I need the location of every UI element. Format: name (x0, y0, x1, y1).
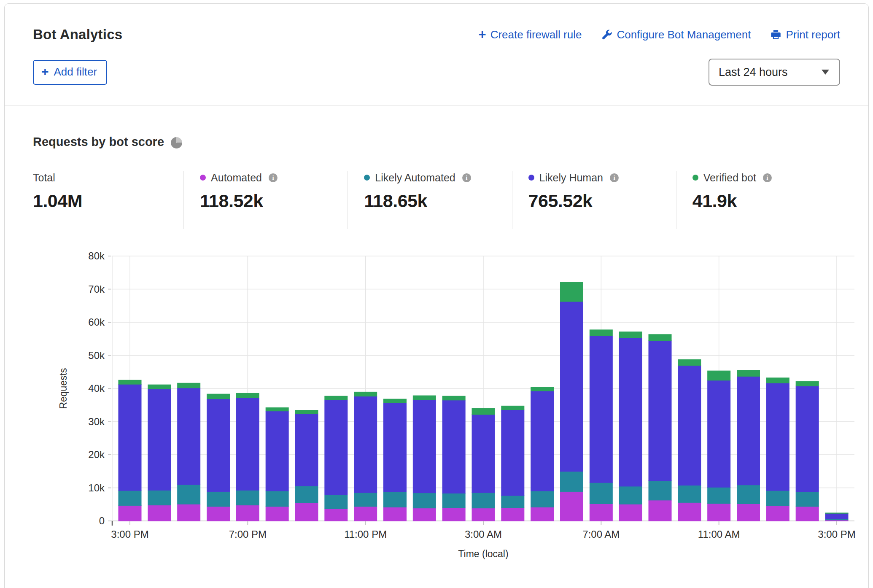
stat-likely-automated-label: Likely Automated (375, 172, 455, 184)
bot-analytics-card: Bot Analytics + Create firewall rule Con… (4, 3, 869, 588)
stat-likely-human-label: Likely Human (539, 172, 603, 184)
stat-likely-automated-value: 118.65k (364, 191, 512, 211)
print-report-link[interactable]: Print report (770, 28, 840, 41)
stats-row: Total 1.04M Automated i 118.52k Likely A… (33, 171, 840, 229)
svg-text:Requests: Requests (58, 368, 69, 409)
wrench-icon (601, 29, 612, 40)
create-firewall-rule-link[interactable]: + Create firewall rule (479, 28, 582, 41)
likely-automated-dot-icon (364, 175, 370, 181)
page-title: Bot Analytics (33, 27, 122, 43)
card-body: Requests by bot score Total 1.04M Automa… (5, 105, 868, 567)
time-range-select[interactable]: Last 24 hours (709, 59, 840, 86)
svg-text:80k: 80k (88, 250, 105, 262)
svg-text:3:00 PM: 3:00 PM (111, 529, 148, 540)
svg-text:11:00 AM: 11:00 AM (698, 529, 740, 540)
printer-icon (770, 29, 781, 40)
svg-text:Time (local): Time (local) (458, 548, 508, 559)
svg-text:20k: 20k (88, 449, 105, 460)
svg-text:30k: 30k (88, 416, 105, 427)
stat-verified-bot[interactable]: Verified bot i 41.9k (676, 171, 840, 229)
svg-text:11:00 PM: 11:00 PM (344, 529, 387, 540)
svg-text:40k: 40k (88, 383, 105, 394)
chevron-down-icon (822, 70, 829, 75)
info-icon[interactable]: i (269, 173, 278, 182)
stat-likely-automated[interactable]: Likely Automated i 118.65k (348, 171, 512, 229)
chart-area: 010k20k30k40k50k60k70k80k3:00 PM7:00 PM1… (53, 247, 840, 567)
pie-chart-icon (171, 137, 182, 148)
bot-score-chart[interactable]: 010k20k30k40k50k60k70k80k3:00 PM7:00 PM1… (53, 247, 861, 565)
svg-text:50k: 50k (88, 350, 105, 361)
info-icon[interactable]: i (610, 173, 619, 182)
svg-text:70k: 70k (88, 283, 105, 295)
stat-likely-human-value: 765.52k (528, 191, 676, 211)
likely-human-dot-icon (528, 175, 534, 181)
svg-text:0: 0 (99, 515, 105, 526)
stat-total-label: Total (33, 172, 55, 184)
svg-text:7:00 PM: 7:00 PM (229, 529, 267, 540)
stat-automated-label: Automated (211, 172, 262, 184)
info-icon[interactable]: i (763, 173, 772, 182)
add-filter-label: Add filter (54, 65, 97, 78)
svg-text:7:00 AM: 7:00 AM (582, 529, 620, 540)
svg-text:10k: 10k (88, 482, 105, 494)
stat-verified-bot-value: 41.9k (692, 191, 840, 211)
stat-total: Total 1.04M (33, 171, 183, 229)
print-report-label: Print report (786, 28, 840, 41)
info-icon[interactable]: i (462, 173, 471, 182)
verified-bot-dot-icon (692, 175, 698, 181)
stat-automated-value: 118.52k (200, 191, 348, 211)
svg-text:3:00 PM: 3:00 PM (818, 529, 855, 540)
configure-bot-management-link[interactable]: Configure Bot Management (601, 28, 751, 41)
svg-text:60k: 60k (88, 316, 105, 328)
time-range-value: Last 24 hours (719, 66, 788, 79)
stat-likely-human[interactable]: Likely Human i 765.52k (512, 171, 676, 229)
plus-icon: + (41, 65, 49, 78)
header-actions: + Create firewall rule Configure Bot Man… (479, 28, 840, 41)
create-firewall-rule-label: Create firewall rule (490, 28, 582, 41)
section-title: Requests by bot score (33, 135, 164, 149)
automated-dot-icon (200, 175, 206, 181)
plus-icon: + (479, 28, 486, 41)
stat-verified-bot-label: Verified bot (703, 172, 756, 184)
configure-bot-management-label: Configure Bot Management (617, 28, 751, 41)
stat-automated[interactable]: Automated i 118.52k (183, 171, 348, 229)
stat-total-value: 1.04M (33, 191, 183, 211)
card-header: Bot Analytics + Create firewall rule Con… (5, 4, 868, 105)
svg-text:3:00 AM: 3:00 AM (465, 529, 502, 540)
add-filter-button[interactable]: + Add filter (33, 60, 107, 85)
